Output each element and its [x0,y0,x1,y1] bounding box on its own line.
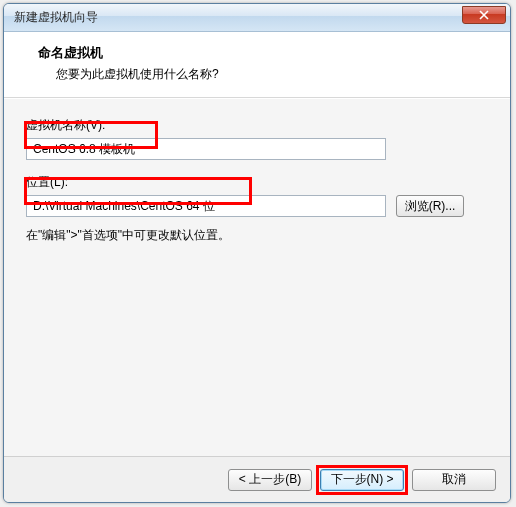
hint-text: 在"编辑">"首选项"中可更改默认位置。 [26,227,488,244]
close-button[interactable] [462,6,506,24]
browse-button[interactable]: 浏览(R)... [396,195,464,217]
back-button[interactable]: < 上一步(B) [228,469,312,491]
content-area: 虚拟机名称(V): 位置(L): 浏览(R)... 在"编辑">"首选项"中可更… [4,98,510,456]
footer: < 上一步(B) 下一步(N) > 取消 [4,456,510,502]
wizard-window: 新建虚拟机向导 命名虚拟机 您要为此虚拟机使用什么名称? 虚拟机名称(V): 位… [3,3,511,503]
close-icon [479,10,489,20]
titlebar: 新建虚拟机向导 [4,4,510,32]
location-label: 位置(L): [26,174,488,191]
cancel-button[interactable]: 取消 [412,469,496,491]
window-title: 新建虚拟机向导 [14,9,462,26]
page-subtitle: 您要为此虚拟机使用什么名称? [38,66,490,83]
location-input[interactable] [26,195,386,217]
vm-name-input[interactable] [26,138,386,160]
vm-name-label: 虚拟机名称(V): [26,117,488,134]
page-title: 命名虚拟机 [38,44,490,62]
header-panel: 命名虚拟机 您要为此虚拟机使用什么名称? [4,32,510,98]
next-button[interactable]: 下一步(N) > [320,469,404,491]
